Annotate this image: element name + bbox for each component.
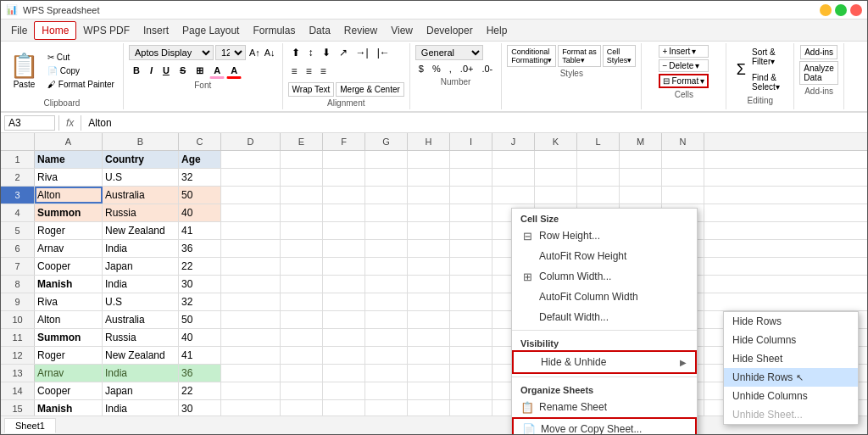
cell-g10[interactable] — [365, 311, 408, 328]
cell-b15[interactable]: India — [103, 400, 179, 415]
menu-insert[interactable]: Insert — [136, 22, 175, 39]
cell-c1[interactable]: Age — [179, 151, 221, 168]
cell-a9[interactable]: Riva — [35, 293, 103, 310]
cell-h5[interactable] — [408, 222, 450, 239]
rename-sheet-menu-item[interactable]: 📋 Rename Sheet — [512, 397, 697, 417]
sort-filter-button[interactable]: Sort &Filter▾ — [748, 45, 784, 69]
cell-d3[interactable] — [221, 187, 281, 204]
paste-button[interactable]: 📋 Paste — [6, 53, 42, 89]
cell-g15[interactable] — [365, 400, 408, 415]
menu-home[interactable]: Home — [34, 21, 76, 40]
cell-c12[interactable]: 41 — [179, 347, 221, 364]
row-num[interactable]: 9 — [1, 293, 35, 310]
col-header-i[interactable]: I — [450, 133, 492, 150]
cell-l2[interactable] — [577, 169, 620, 186]
cell-h12[interactable] — [408, 347, 450, 364]
cell-a6[interactable]: Arnav — [35, 240, 103, 257]
col-header-n[interactable]: N — [662, 133, 704, 150]
cell-c9[interactable]: 32 — [179, 293, 221, 310]
cell-d8[interactable] — [221, 276, 281, 293]
cell-a4[interactable]: Summon — [35, 204, 103, 221]
cell-c5[interactable]: 41 — [179, 222, 221, 239]
comma-button[interactable]: , — [446, 62, 455, 75]
cell-e2[interactable] — [281, 169, 323, 186]
cell-f11[interactable] — [323, 329, 365, 346]
cell-b12[interactable]: New Zealand — [103, 347, 179, 364]
cell-n2[interactable] — [662, 169, 704, 186]
cell-i4[interactable] — [450, 204, 492, 221]
decrease-indent-button[interactable]: |← — [374, 45, 393, 60]
cell-h1[interactable] — [408, 151, 450, 168]
cell-h7[interactable] — [408, 258, 450, 275]
cell-c7[interactable]: 22 — [179, 258, 221, 275]
cell-k2[interactable] — [535, 169, 577, 186]
align-bottom-button[interactable]: ⬇ — [319, 45, 334, 60]
cell-b7[interactable]: Japan — [103, 258, 179, 275]
col-header-h[interactable]: H — [408, 133, 450, 150]
cell-f3[interactable] — [323, 187, 365, 204]
hide-columns-submenu-item[interactable]: Hide Columns — [724, 331, 858, 349]
column-width-menu-item[interactable]: ⊞ Column Width... — [512, 266, 697, 287]
font-color-button[interactable]: A — [226, 64, 242, 79]
cut-button[interactable]: ✂ Cut — [44, 51, 118, 64]
cell-a1[interactable]: Name — [35, 151, 103, 168]
cell-l3[interactable] — [577, 187, 620, 204]
analyze-data-button[interactable]: AnalyzeData — [799, 61, 838, 85]
cell-g8[interactable] — [365, 276, 408, 293]
cell-b11[interactable]: Russia — [103, 329, 179, 346]
fill-color-button[interactable]: A — [209, 64, 225, 79]
unhide-rows-submenu-item[interactable]: Unhide Rows ↖ — [724, 368, 858, 387]
cell-e1[interactable] — [281, 151, 323, 168]
col-header-d[interactable]: D — [221, 133, 281, 150]
row-num[interactable]: 3 — [1, 187, 35, 204]
cell-d10[interactable] — [221, 311, 281, 328]
col-header-c[interactable]: C — [179, 133, 221, 150]
col-header-m[interactable]: M — [620, 133, 662, 150]
copy-button[interactable]: 📄 Copy — [44, 64, 118, 77]
cell-h10[interactable] — [408, 311, 450, 328]
row-num[interactable]: 7 — [1, 258, 35, 275]
cell-a15[interactable]: Manish — [35, 400, 103, 415]
autofit-row-height-menu-item[interactable]: AutoFit Row Height — [512, 246, 697, 266]
cell-e13[interactable] — [281, 365, 323, 382]
insert-button[interactable]: + Insert ▾ — [659, 45, 709, 58]
cell-h6[interactable] — [408, 240, 450, 257]
cell-d11[interactable] — [221, 329, 281, 346]
cell-g12[interactable] — [365, 347, 408, 364]
cell-n1[interactable] — [662, 151, 704, 168]
close-button[interactable] — [850, 4, 862, 16]
cell-f7[interactable] — [323, 258, 365, 275]
cell-i8[interactable] — [450, 276, 492, 293]
cell-c3[interactable]: 50 — [179, 187, 221, 204]
cell-i10[interactable] — [450, 311, 492, 328]
cell-g5[interactable] — [365, 222, 408, 239]
cell-f13[interactable] — [323, 365, 365, 382]
cell-h8[interactable] — [408, 276, 450, 293]
cell-c8[interactable]: 30 — [179, 276, 221, 293]
cell-i15[interactable] — [450, 400, 492, 415]
cell-b1[interactable]: Country — [103, 151, 179, 168]
cell-c11[interactable]: 40 — [179, 329, 221, 346]
cell-j1[interactable] — [492, 151, 535, 168]
row-num[interactable]: 10 — [1, 311, 35, 328]
cell-h14[interactable] — [408, 382, 450, 399]
cell-g9[interactable] — [365, 293, 408, 310]
cell-d13[interactable] — [221, 365, 281, 382]
cell-e12[interactable] — [281, 347, 323, 364]
cell-c15[interactable]: 30 — [179, 400, 221, 415]
cell-d12[interactable] — [221, 347, 281, 364]
cell-a8[interactable]: Manish — [35, 276, 103, 293]
format-button[interactable]: ⊟ Format ▾ — [659, 74, 709, 88]
cell-d4[interactable] — [221, 204, 281, 221]
col-header-e[interactable]: E — [281, 133, 323, 150]
cell-g14[interactable] — [365, 382, 408, 399]
cell-e7[interactable] — [281, 258, 323, 275]
cell-g11[interactable] — [365, 329, 408, 346]
row-height-menu-item[interactable]: ⊟ Row Height... — [512, 226, 697, 246]
cell-c2[interactable]: 32 — [179, 169, 221, 186]
cell-b4[interactable]: Russia — [103, 204, 179, 221]
align-center-button[interactable]: ≡ — [303, 64, 315, 79]
cell-j3[interactable] — [492, 187, 535, 204]
add-ins-button[interactable]: Add-ins — [800, 45, 837, 59]
row-num[interactable]: 13 — [1, 365, 35, 382]
